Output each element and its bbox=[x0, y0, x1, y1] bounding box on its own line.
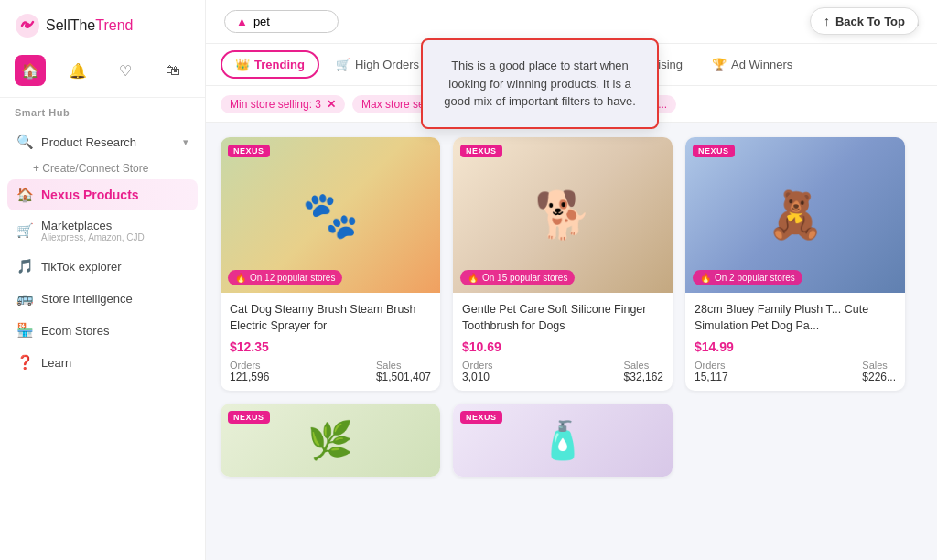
nexus-icon: 🏠 bbox=[16, 187, 34, 203]
sidebar-item-tiktok[interactable]: 🎵 TikTok explorer bbox=[7, 251, 198, 282]
filter-chip-min-store[interactable]: Min store selling: 3 ✕ bbox=[221, 95, 345, 113]
tab-high-orders[interactable]: 🛒 High Orders bbox=[323, 52, 432, 77]
sidebar-item-learn[interactable]: ❓ Learn bbox=[7, 347, 198, 378]
sidebar-item-label-ecom-stores: Ecom Stores bbox=[41, 324, 109, 338]
sidebar-item-label-product-research: Product Research bbox=[41, 135, 136, 149]
sales-wrap-1: Sales $1,501,407 bbox=[376, 360, 431, 383]
logo-icon bbox=[15, 13, 40, 38]
top-bar: ▲ Ships From ↑ Back To Top bbox=[206, 0, 937, 44]
orders-val-1: 121,596 bbox=[230, 371, 269, 383]
product-price-1: $12.35 bbox=[230, 339, 431, 354]
sales-val-1: $1,501,407 bbox=[376, 371, 431, 383]
tab-trending[interactable]: 👑 Trending bbox=[221, 50, 319, 79]
sales-wrap-3: Sales $226... bbox=[862, 360, 896, 383]
product-image-4: 🌿 NEXUS bbox=[221, 404, 440, 477]
home-icon-btn[interactable]: 🏠 bbox=[15, 55, 46, 86]
filter-min-store-label: Min store selling: 3 bbox=[230, 98, 321, 111]
search-icon: ▲ bbox=[236, 15, 248, 28]
smart-hub-label: Smart Hub bbox=[0, 98, 205, 122]
marketplaces-icon: 🛒 bbox=[16, 222, 34, 239]
product-card-5[interactable]: 🧴 NEXUS bbox=[453, 404, 673, 477]
product-info-2: Gentle Pet Care Soft Silicone Finger Too… bbox=[453, 293, 673, 391]
sidebar-item-product-research[interactable]: 🔍 Product Research ▾ bbox=[7, 126, 198, 157]
logo-text: SellTheTrend bbox=[46, 17, 133, 34]
ad-winners-label: Ad Winners bbox=[731, 58, 792, 71]
sales-val-3: $226... bbox=[862, 371, 896, 383]
search-input-wrap[interactable]: ▲ bbox=[224, 10, 339, 33]
product-card-4[interactable]: 🌿 NEXUS bbox=[221, 404, 440, 477]
product-card-1[interactable]: 🐾 NEXUS 🔥 On 12 popular stores Cat Dog S… bbox=[221, 137, 440, 391]
sidebar-item-ecom-stores[interactable]: 🏪 Ecom Stores bbox=[7, 315, 198, 346]
orders-val-2: 3,010 bbox=[462, 371, 493, 383]
product-price-3: $14.99 bbox=[695, 339, 896, 354]
tab-ad-winners[interactable]: 🏆 Ad Winners bbox=[699, 52, 805, 77]
orders-wrap-1: Orders 121,596 bbox=[230, 360, 269, 383]
main-content: ▲ Ships From ↑ Back To Top 👑 Trending 🛒 … bbox=[206, 0, 937, 560]
sidebar-item-create-connect[interactable]: + Create/Connect Store bbox=[7, 158, 198, 178]
svg-point-1 bbox=[25, 23, 30, 28]
orders-label-3: Orders bbox=[695, 360, 728, 371]
product-stats-2: Orders 3,010 Sales $32,162 bbox=[462, 360, 663, 383]
product-info-3: 28cm Bluey Family Plush T... Cute Simula… bbox=[685, 293, 905, 391]
high-orders-label: High Orders bbox=[355, 58, 419, 71]
bag-icon-btn[interactable]: 🛍 bbox=[157, 55, 188, 86]
product-price-2: $10.69 bbox=[462, 339, 663, 354]
logo: SellTheTrend bbox=[0, 0, 205, 48]
chevron-down-icon: ▾ bbox=[183, 136, 188, 148]
product-stats-3: Orders 15,117 Sales $226... bbox=[695, 360, 896, 383]
product-name-3: 28cm Bluey Family Plush T... Cute Simula… bbox=[695, 302, 896, 334]
nexus-badge-2: NEXUS bbox=[460, 145, 502, 157]
bell-icon-btn[interactable]: 🔔 bbox=[62, 55, 93, 86]
sales-label-2: Sales bbox=[624, 360, 663, 371]
sidebar-nav: 🔍 Product Research ▾ + Create/Connect St… bbox=[0, 122, 205, 382]
sales-val-2: $32,162 bbox=[624, 371, 663, 383]
sidebar-item-label-tiktok: TikTok explorer bbox=[41, 260, 122, 274]
product-image-1: 🐾 NEXUS 🔥 On 12 popular stores bbox=[221, 137, 440, 293]
product-image-3: 🧸 NEXUS 🔥 On 2 popular stores bbox=[685, 137, 905, 293]
product-research-icon: 🔍 bbox=[16, 134, 34, 150]
store-intelligence-icon: 🚌 bbox=[16, 290, 34, 307]
orders-wrap-2: Orders 3,010 bbox=[462, 360, 493, 383]
product-image-2: 🐕 NEXUS 🔥 On 15 popular stores bbox=[453, 137, 673, 293]
product-image-5: 🧴 NEXUS bbox=[453, 404, 673, 477]
sidebar-item-label-store-intelligence: Store intelligence bbox=[41, 292, 133, 306]
search-area: ▲ bbox=[224, 10, 339, 33]
marketplaces-subtitle: Aliexpress, Amazon, CJD bbox=[41, 232, 145, 242]
filter-min-store-remove-icon[interactable]: ✕ bbox=[327, 98, 336, 111]
nexus-badge-3: NEXUS bbox=[693, 145, 735, 157]
tooltip-popup: This is a good place to start when looki… bbox=[421, 38, 659, 129]
high-orders-icon: 🛒 bbox=[336, 58, 350, 71]
sidebar-icon-bar: 🏠 🔔 ♡ 🛍 bbox=[0, 48, 205, 98]
product-card-2[interactable]: 🐕 NEXUS 🔥 On 15 popular stores Gentle Pe… bbox=[453, 137, 673, 391]
popular-stores-badge-3: 🔥 On 2 popular stores bbox=[693, 270, 802, 285]
nexus-badge-5: NEXUS bbox=[460, 411, 502, 424]
trending-label: Trending bbox=[254, 58, 305, 71]
orders-wrap-3: Orders 15,117 bbox=[695, 360, 728, 383]
logo-trend: Trend bbox=[95, 17, 133, 33]
back-to-top-arrow-icon: ↑ bbox=[824, 14, 830, 28]
popular-stores-badge-2: 🔥 On 15 popular stores bbox=[460, 270, 575, 285]
product-info-1: Cat Dog Steamy Brush Steam Brush Electri… bbox=[221, 293, 440, 391]
sales-label-3: Sales bbox=[862, 360, 896, 371]
logo-sell: Sell bbox=[46, 17, 70, 33]
product-card-3[interactable]: 🧸 NEXUS 🔥 On 2 popular stores 28cm Bluey… bbox=[685, 137, 905, 391]
heart-icon-btn[interactable]: ♡ bbox=[110, 55, 141, 86]
back-to-top-button[interactable]: ↑ Back To Top bbox=[810, 7, 919, 35]
marketplaces-label-wrap: Marketplaces Aliexpress, Amazon, CJD bbox=[41, 219, 145, 242]
sales-wrap-2: Sales $32,162 bbox=[624, 360, 663, 383]
learn-icon: ❓ bbox=[16, 354, 34, 371]
tooltip-text: This is a good place to start when looki… bbox=[444, 59, 636, 108]
products-grid: 🐾 NEXUS 🔥 On 12 popular stores Cat Dog S… bbox=[206, 123, 937, 560]
sidebar: SellTheTrend 🏠 🔔 ♡ 🛍 Smart Hub 🔍 Product… bbox=[0, 0, 206, 560]
product-stats-1: Orders 121,596 Sales $1,501,407 bbox=[230, 360, 431, 383]
ecom-stores-icon: 🏪 bbox=[16, 322, 34, 339]
create-connect-label: + Create/Connect Store bbox=[33, 162, 148, 175]
ad-winners-icon: 🏆 bbox=[712, 58, 727, 71]
sidebar-item-store-intelligence[interactable]: 🚌 Store intelligence bbox=[7, 283, 198, 314]
sidebar-item-marketplaces[interactable]: 🛒 Marketplaces Aliexpress, Amazon, CJD bbox=[7, 211, 198, 250]
sidebar-item-label-learn: Learn bbox=[41, 356, 71, 370]
search-input[interactable] bbox=[253, 15, 327, 28]
sidebar-item-label-nexus: Nexus Products bbox=[41, 188, 139, 202]
marketplaces-label: Marketplaces bbox=[41, 219, 145, 232]
sidebar-item-nexus-products[interactable]: 🏠 Nexus Products bbox=[7, 179, 198, 210]
